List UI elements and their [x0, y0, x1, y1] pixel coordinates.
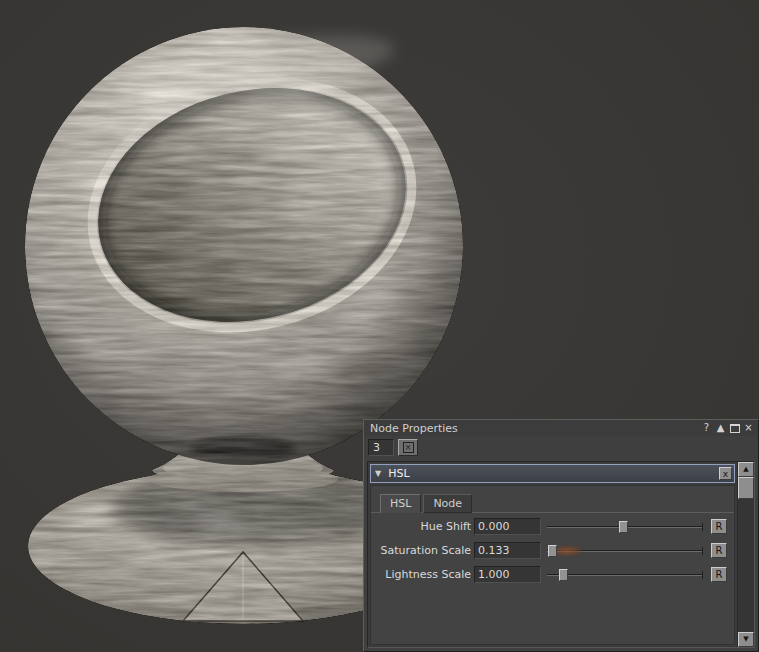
slider-end-tick	[702, 547, 703, 555]
node-view-icon: ×	[403, 442, 414, 453]
slider-handle[interactable]	[548, 545, 557, 557]
tab-node[interactable]: Node	[423, 494, 472, 513]
node-header-label: HSL	[388, 467, 719, 480]
node-properties-window: Node Properties ? ▲ × × ▼ HSL x HSL Node	[363, 419, 759, 652]
properties-frame: ▼ HSL x HSL Node Hue Shift	[367, 461, 755, 648]
scroll-up-icon: ▲	[743, 466, 748, 473]
slider-track	[547, 574, 703, 576]
slider-handle[interactable]	[619, 521, 628, 533]
slider-handle[interactable]	[559, 569, 568, 581]
reset-button[interactable]: R	[711, 543, 727, 558]
sphere-limb-shading	[25, 27, 463, 465]
slider-end-tick	[702, 523, 703, 531]
window-title: Node Properties	[370, 422, 699, 435]
render-artifact	[556, 546, 582, 556]
node-header-hsl[interactable]: ▼ HSL x	[370, 464, 735, 483]
node-delete-button[interactable]: x	[719, 467, 732, 480]
node-view-button[interactable]: ×	[398, 439, 418, 456]
node-body: HSL Node Hue Shift R	[370, 485, 735, 645]
foot-ridge-lower	[148, 466, 338, 492]
param-slider[interactable]	[547, 567, 705, 583]
param-label: Lightness Scale	[371, 568, 474, 581]
param-value-field[interactable]	[474, 542, 541, 559]
scrollbar[interactable]: ▲ ▼	[737, 462, 754, 647]
param-slider[interactable]	[547, 543, 705, 559]
scroll-thumb[interactable]	[738, 477, 754, 499]
collapse-triangle-icon[interactable]: ▼	[375, 469, 381, 478]
tab-bar: HSL Node	[371, 486, 734, 513]
slider-end-tick	[702, 571, 703, 579]
param-row-lightness-scale: Lightness Scale R	[371, 566, 730, 583]
param-row-hue-shift: Hue Shift R	[371, 518, 730, 535]
panel-toolbar: ×	[364, 436, 758, 459]
param-row-saturation-scale: Saturation Scale R	[371, 542, 730, 559]
reset-button[interactable]: R	[711, 519, 727, 534]
rollup-icon[interactable]: ▲	[714, 422, 727, 434]
tab-hsl[interactable]: HSL	[380, 494, 421, 513]
param-slider[interactable]	[547, 519, 705, 535]
node-list: ▼ HSL x HSL Node Hue Shift	[368, 462, 737, 647]
scroll-down-icon: ▼	[743, 636, 748, 643]
help-icon[interactable]: ?	[700, 422, 713, 434]
param-value-field[interactable]	[474, 518, 541, 535]
scroll-track[interactable]	[738, 477, 754, 632]
reset-button[interactable]: R	[711, 567, 727, 582]
titlebar[interactable]: Node Properties ? ▲ ×	[364, 420, 758, 436]
param-value-field[interactable]	[474, 566, 541, 583]
param-list: Hue Shift R Saturation Scale	[371, 513, 734, 583]
param-label: Hue Shift	[371, 520, 474, 533]
param-label: Saturation Scale	[371, 544, 474, 557]
node-count-field[interactable]	[368, 439, 394, 456]
scroll-up-button[interactable]: ▲	[738, 462, 754, 477]
scroll-down-button[interactable]: ▼	[738, 632, 754, 647]
restore-icon[interactable]	[728, 422, 741, 434]
restore-glyph	[730, 424, 740, 433]
close-icon[interactable]: ×	[742, 422, 755, 434]
